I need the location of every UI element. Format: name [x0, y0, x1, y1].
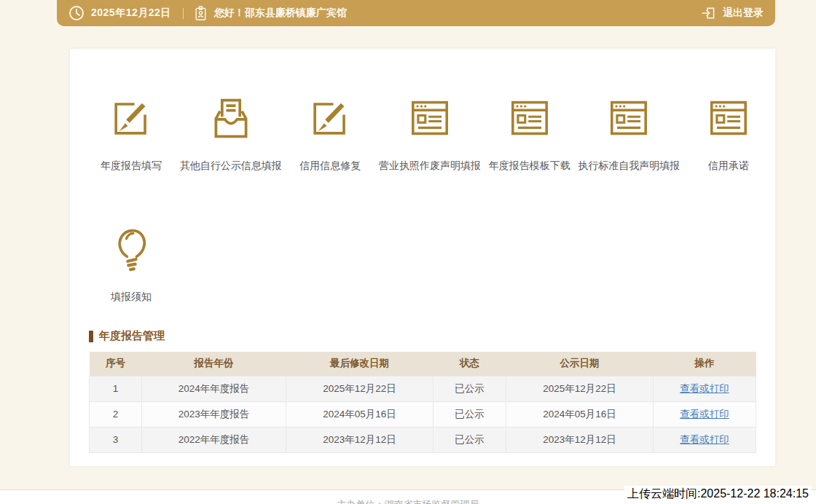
status-badge: 已公示 — [434, 427, 506, 452]
user-greeting: 您好！邵东县廉桥镇廉广宾馆 — [214, 7, 347, 20]
current-date: 2025年12月22日 — [91, 7, 171, 20]
view-print-link[interactable]: 查看或打印 — [680, 409, 729, 420]
shortcut-credit-commitment[interactable]: 信用承诺 — [682, 95, 775, 173]
table-row: 2 2023年年度报告 2024年05月16日 已公示 2024年05月16日 … — [90, 401, 756, 427]
topbar-date-group: 2025年12月22日 — [68, 5, 183, 21]
logout-label: 退出登录 — [723, 7, 764, 20]
shortcut-annual-report-fill[interactable]: 年度报告填写 — [85, 95, 178, 173]
header-action: 操作 — [654, 352, 756, 376]
cell-year: 2023年年度报告 — [142, 401, 286, 427]
header-modified: 最后修改日期 — [286, 352, 434, 376]
shortcut-label: 年度报告填写 — [101, 160, 162, 173]
cell-modified: 2024年05月16日 — [286, 401, 434, 427]
shortcut-license-cancel-declare[interactable]: 营业执照作废声明填报 — [377, 95, 482, 173]
shortcut-label: 信用承诺 — [708, 160, 749, 173]
main-panel: 年度报告填写 其他自行公示信息填报 信用信息修复 — [70, 49, 775, 466]
cell-publish: 2023年12月12日 — [506, 427, 654, 452]
cell-seq: 1 — [90, 376, 142, 401]
shortcut-credit-repair[interactable]: 信用信息修复 — [283, 95, 377, 173]
shortcut-label: 年度报告模板下载 — [489, 160, 570, 173]
shortcut-label: 信用信息修复 — [299, 160, 361, 173]
topbar-divider — [183, 8, 184, 19]
header-seq: 序号 — [90, 352, 142, 376]
annual-report-table: 序号 报告年份 最后修改日期 状态 公示日期 操作 1 2024年年度报告 20… — [89, 352, 756, 453]
title-marker — [89, 331, 93, 342]
report-section-title: 年度报告管理 — [89, 329, 775, 343]
shortcut-filing-notice[interactable]: 填报须知 — [85, 225, 178, 304]
shortcut-row: 年度报告填写 其他自行公示信息填报 信用信息修复 — [70, 49, 775, 173]
header-status: 状态 — [434, 352, 506, 376]
topbar-user-group: 您好！邵东县廉桥镇廉广宾馆 — [194, 5, 347, 22]
browser-icon — [608, 95, 650, 141]
logout-button[interactable]: 退出登录 — [700, 5, 764, 21]
cell-seq: 3 — [90, 427, 142, 452]
shortcut-standard-self-declare[interactable]: 执行标准自我声明填报 — [576, 95, 682, 173]
cell-publish: 2025年12月22日 — [506, 376, 654, 401]
lightbulb-icon — [109, 225, 153, 272]
browser-icon — [509, 95, 551, 141]
table-row: 1 2024年年度报告 2025年12月22日 已公示 2025年12月22日 … — [90, 376, 756, 401]
cell-publish: 2024年05月16日 — [506, 401, 654, 427]
inbox-icon — [209, 95, 253, 141]
shortcut-label: 其他自行公示信息填报 — [180, 160, 282, 173]
browser-icon — [707, 95, 750, 141]
upload-timestamp-watermark: 上传云端时间:2025-12-22 18:24:15 — [624, 486, 812, 503]
view-print-link[interactable]: 查看或打印 — [680, 383, 729, 394]
shortcut-label: 填报须知 — [111, 291, 152, 304]
table-row: 3 2022年年度报告 2023年12月12日 已公示 2023年12月12日 … — [90, 427, 756, 452]
status-badge: 已公示 — [434, 401, 506, 427]
logout-icon — [700, 5, 716, 21]
shortcut-label: 营业执照作废声明填报 — [379, 160, 481, 173]
table-header-row: 序号 报告年份 最后修改日期 状态 公示日期 操作 — [90, 352, 756, 376]
shortcut-other-public-info[interactable]: 其他自行公示信息填报 — [178, 95, 283, 173]
edit-icon — [309, 95, 351, 141]
cell-seq: 2 — [90, 401, 142, 427]
edit-icon — [110, 95, 152, 141]
footer-host-text: 主办单位：湖南省市场监督管理局 — [337, 499, 479, 504]
user-badge-icon — [194, 5, 208, 22]
shortcut-report-template-download[interactable]: 年度报告模板下载 — [483, 95, 576, 173]
header-publish: 公示日期 — [506, 352, 654, 376]
cell-year: 2024年年度报告 — [142, 376, 286, 401]
clock-icon — [68, 5, 85, 21]
view-print-link[interactable]: 查看或打印 — [680, 434, 729, 445]
cell-modified: 2025年12月22日 — [286, 376, 434, 401]
status-badge: 已公示 — [434, 376, 506, 401]
cell-modified: 2023年12月12日 — [286, 427, 434, 452]
topbar: 2025年12月22日 您好！邵东县廉桥镇廉广宾馆 退出登录 — [57, 0, 775, 26]
notice-row: 填报须知 — [70, 173, 775, 304]
browser-icon — [409, 95, 451, 141]
header-year: 报告年份 — [142, 352, 286, 376]
shortcut-label: 执行标准自我声明填报 — [578, 160, 680, 173]
cell-year: 2022年年度报告 — [142, 427, 286, 452]
section-title-text: 年度报告管理 — [99, 329, 165, 343]
